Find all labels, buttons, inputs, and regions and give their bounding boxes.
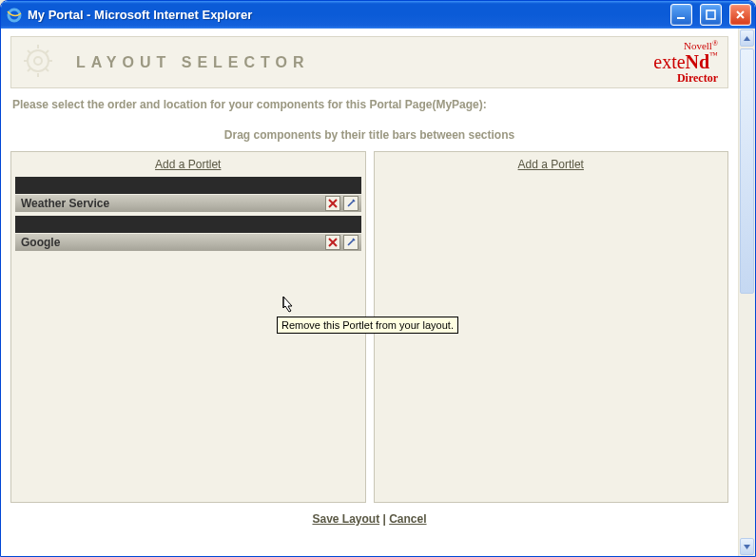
- page-title: LAYOUT SELECTOR: [76, 54, 310, 71]
- page-body: LAYOUT SELECTOR Novell® exteNd™ Director…: [1, 29, 738, 556]
- remove-portlet-button[interactable]: [325, 196, 340, 211]
- svg-point-4: [34, 57, 42, 65]
- brand-director: Director: [653, 72, 718, 85]
- tooltip: Remove this Portlet from your layout.: [277, 317, 458, 334]
- portlet-drag-bar[interactable]: [15, 177, 361, 194]
- instruction-primary: Please select the order and location for…: [12, 98, 727, 111]
- window-title: My Portal - Microsoft Internet Explorer: [28, 8, 663, 22]
- ie-icon: [7, 8, 22, 23]
- portlet-header[interactable]: Google: [15, 233, 361, 251]
- scroll-up-button[interactable]: [740, 29, 754, 47]
- minimize-button[interactable]: [670, 4, 692, 26]
- edit-portlet-button[interactable]: [343, 235, 359, 250]
- portlet[interactable]: Weather Service: [15, 177, 361, 212]
- brand-extend-b: Nd: [686, 51, 710, 72]
- brand-extend-a: exte: [653, 51, 685, 72]
- svg-rect-2: [707, 10, 715, 19]
- remove-portlet-button[interactable]: [325, 235, 340, 250]
- window-titlebar[interactable]: My Portal - Microsoft Internet Explorer: [1, 1, 755, 29]
- footer-actions: Save Layout | Cancel: [10, 512, 728, 526]
- portlet-title: Weather Service: [21, 197, 322, 210]
- brand-logo: Novell® exteNd™ Director: [653, 40, 718, 85]
- scroll-thumb[interactable]: [740, 48, 754, 294]
- scroll-track[interactable]: [739, 295, 755, 538]
- separator: |: [379, 512, 389, 526]
- portlet[interactable]: Google: [15, 216, 361, 251]
- portlet-drag-bar[interactable]: [15, 216, 361, 233]
- svg-point-3: [28, 50, 48, 71]
- add-portlet-link-left[interactable]: Add a Portlet: [11, 158, 365, 171]
- brand-novell: Novell: [684, 40, 712, 51]
- browser-window: My Portal - Microsoft Internet Explorer: [0, 0, 756, 557]
- close-button[interactable]: [729, 4, 751, 26]
- edit-portlet-button[interactable]: [343, 196, 359, 211]
- cancel-link[interactable]: Cancel: [389, 512, 426, 526]
- portlet-header[interactable]: Weather Service: [15, 194, 361, 212]
- svg-rect-1: [677, 17, 685, 19]
- vertical-scrollbar[interactable]: [738, 29, 755, 556]
- instruction-secondary: Drag components by their title bars betw…: [10, 128, 728, 142]
- portlet-title: Google: [21, 236, 322, 249]
- scroll-down-button[interactable]: [740, 538, 754, 555]
- maximize-button[interactable]: [700, 4, 722, 26]
- add-portlet-link-right[interactable]: Add a Portlet: [375, 158, 728, 171]
- gear-icon: [21, 40, 67, 86]
- header-banner: LAYOUT SELECTOR Novell® exteNd™ Director: [10, 36, 728, 88]
- save-layout-link[interactable]: Save Layout: [312, 512, 379, 526]
- content-area: LAYOUT SELECTOR Novell® exteNd™ Director…: [1, 29, 755, 556]
